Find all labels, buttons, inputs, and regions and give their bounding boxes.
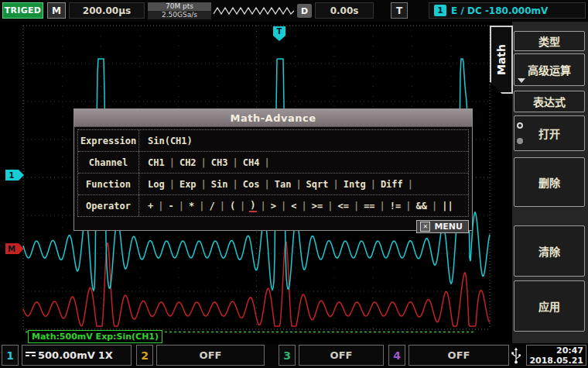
channel-status-bar: 1 500.00mV 1X 2 OFF 3 OFF 4 OFF: [0, 344, 588, 368]
ch1-level-marker[interactable]: 1: [5, 170, 24, 181]
ch4-number: 4: [393, 349, 401, 362]
dialog-item-<=[interactable]: <=: [337, 201, 349, 212]
item-separator: |: [169, 157, 175, 168]
ch1-settings-box[interactable]: 500.00mV 1X: [22, 345, 132, 366]
item-separator: |: [233, 179, 238, 190]
dialog-item-CH3[interactable]: CH3: [210, 157, 229, 168]
expression-button-label: 表达式: [533, 94, 566, 109]
date-readout: 2018.05.21: [529, 356, 583, 366]
math-readout-label: Math:500mV Exp:Sin(CH1): [28, 330, 162, 343]
item-separator: |: [158, 201, 163, 212]
function-options: Log|Exp|Sin|Cos|Tan|Sqrt|Intg|Diff|: [139, 174, 468, 194]
item-separator: |: [408, 179, 413, 190]
ch1-badge[interactable]: 1: [2, 345, 19, 366]
dialog-item-Log[interactable]: Log: [147, 179, 166, 190]
item-separator: |: [327, 201, 333, 212]
item-separator: |: [240, 201, 245, 212]
dialog-item-Diff[interactable]: Diff: [380, 179, 404, 190]
ch3-number: 3: [283, 349, 291, 362]
usb-icon: [511, 347, 521, 365]
delay-label-badge[interactable]: D: [297, 4, 312, 18]
item-separator: |: [432, 201, 437, 212]
memory-depth: 70M pts: [148, 2, 211, 11]
dialog-item-Sqrt[interactable]: Sqrt: [306, 179, 330, 190]
sidebar-button-advanced-math[interactable]: 高级运算: [514, 53, 585, 86]
sample-rate: 2.50GSa/s: [148, 11, 211, 19]
item-separator: |: [333, 179, 339, 190]
horizontal-menu-button[interactable]: M: [47, 2, 66, 19]
dialog-item-CH4[interactable]: CH4: [242, 157, 261, 168]
dialog-item->=[interactable]: >=: [311, 201, 323, 212]
ch2-status: OFF: [200, 349, 222, 361]
dialog-item-Tan[interactable]: Tan: [274, 179, 292, 190]
dialog-row-expression: Expression Sin(CH1): [78, 130, 468, 152]
dialog-row-operator: Operator +|-|*|/|(|)|>|<|>=|<=|==|!=|&&|…: [78, 195, 468, 216]
timebase-readout: 200.00μs: [69, 2, 145, 19]
math-tab[interactable]: Math: [490, 26, 513, 94]
ch3-badge[interactable]: 3: [279, 345, 296, 366]
item-separator: |: [371, 179, 376, 190]
item-separator: |: [264, 157, 269, 168]
ch2-settings-box[interactable]: OFF: [156, 345, 265, 366]
item-separator: |: [233, 157, 238, 168]
sidebar-button-type[interactable]: 类型: [514, 31, 585, 51]
ch4-settings-box[interactable]: OFF: [409, 345, 509, 366]
trigger-position-marker[interactable]: T: [273, 26, 285, 41]
expression-row-label: Expression: [78, 130, 139, 151]
math-advance-dialog: Math-Advance Expression Sin(CH1) Channel…: [74, 108, 473, 231]
trigger-info-box[interactable]: 1 E ∕ DC -180.000mV: [429, 2, 586, 19]
sidebar-button-expression[interactable]: 表达式: [514, 91, 585, 112]
sidebar-button-clear[interactable]: 清除: [514, 225, 585, 277]
dialog-item-Sin[interactable]: Sin: [210, 179, 229, 190]
dialog-item-<[interactable]: <: [290, 201, 297, 212]
ch4-badge[interactable]: 4: [388, 345, 405, 366]
trigger-menu-button[interactable]: T: [391, 2, 408, 19]
dialog-item-||[interactable]: ||: [441, 201, 453, 212]
dialog-item-+[interactable]: +: [147, 201, 154, 212]
dialog-item-)[interactable]: ): [249, 200, 256, 212]
clear-button-label: 清除: [538, 243, 560, 259]
dialog-item--[interactable]: -: [167, 201, 174, 212]
menu-button-label: MENU: [434, 222, 463, 232]
dialog-item-!=[interactable]: !=: [389, 201, 402, 212]
dialog-item-&&[interactable]: &&: [415, 201, 428, 212]
type-button-label: 类型: [538, 33, 560, 49]
dialog-item-Sin(CH1)[interactable]: Sin(CH1): [147, 136, 193, 146]
dialog-item-*[interactable]: *: [188, 201, 195, 212]
waveform-preview-icon: [214, 5, 294, 16]
trigger-source-badge: 1: [434, 5, 446, 16]
dialog-item-CH1[interactable]: CH1: [147, 157, 166, 168]
dialog-item-Cos[interactable]: Cos: [242, 179, 261, 190]
ch2-number: 2: [141, 349, 149, 362]
dialog-item-==[interactable]: ==: [363, 201, 375, 212]
dc-coupling-icon: [26, 352, 36, 359]
dialog-item-Exp[interactable]: Exp: [179, 179, 197, 190]
dialog-item-Intg[interactable]: Intg: [343, 179, 367, 190]
clock-box: 20:47 2018.05.21: [526, 345, 586, 366]
ch3-settings-box[interactable]: OFF: [299, 345, 384, 366]
item-separator: |: [405, 201, 411, 212]
apply-button-label: 应用: [538, 298, 560, 314]
ch1-scale: 500.00mV: [38, 349, 95, 361]
math-tab-label: Math: [495, 44, 508, 75]
svg-text:M: M: [8, 245, 15, 253]
sidebar-button-open[interactable]: 打开: [514, 115, 585, 151]
item-separator: |: [281, 201, 286, 212]
dialog-item-CH2[interactable]: CH2: [179, 157, 197, 168]
svg-text:T: T: [277, 27, 282, 36]
sidebar-button-delete[interactable]: 删除: [514, 157, 585, 207]
operator-options: +|-|*|/|(|)|>|<|>=|<=|==|!=|&&|||: [139, 195, 468, 216]
dialog-item-([interactable]: (: [229, 201, 236, 212]
sidebar-button-apply[interactable]: 应用: [514, 280, 585, 332]
acquisition-readout: 70M pts 2.50GSa/s: [148, 2, 211, 19]
ch2-badge[interactable]: 2: [136, 345, 153, 366]
menu-button[interactable]: ✕ MENU: [416, 220, 469, 233]
operator-row-label: Operator: [78, 195, 139, 216]
dialog-item->[interactable]: >: [270, 201, 277, 212]
dialog-item-/[interactable]: /: [208, 201, 215, 212]
item-separator: |: [380, 201, 385, 212]
ch4-status: OFF: [448, 349, 470, 361]
channel-options: CH1|CH2|CH3|CH4|: [139, 152, 468, 173]
math-level-marker[interactable]: M: [5, 243, 24, 254]
ch1-number: 1: [6, 349, 14, 362]
